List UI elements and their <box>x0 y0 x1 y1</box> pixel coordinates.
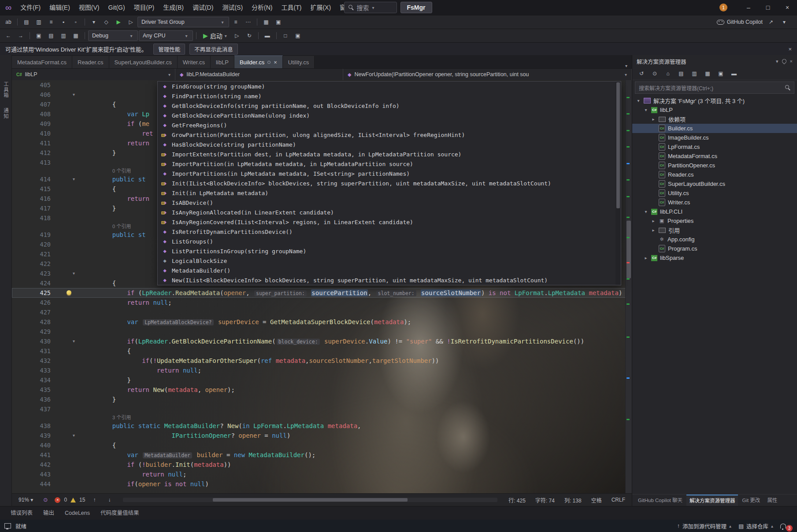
debug-tests-icon[interactable]: ▷ <box>125 17 137 27</box>
project-dropdown[interactable]: C# libLP ▾ <box>12 69 175 80</box>
panel-tab-解决方案资源管理器[interactable]: 解决方案资源管理器 <box>686 495 738 506</box>
line-gutter[interactable] <box>53 100 94 109</box>
fold-chevron-icon[interactable]: ▾ <box>73 431 75 440</box>
line-gutter[interactable] <box>53 460 94 469</box>
line-gutter[interactable]: ▾ <box>53 336 94 346</box>
completion-item[interactable]: ◆FindPartition(string name) <box>158 91 621 101</box>
line-gutter[interactable] <box>53 298 94 307</box>
chevron-collapsed-icon[interactable]: ▸ <box>651 228 656 233</box>
tab-overflow-chevron-icon[interactable]: ▾ <box>621 63 632 68</box>
line-gutter[interactable] <box>53 80 94 90</box>
vertical-tool-tab[interactable]: 工具箱 <box>2 81 9 98</box>
chevron-collapsed-icon[interactable]: ▸ <box>651 117 656 122</box>
codelens-references[interactable]: 3 个引用 <box>94 414 632 421</box>
close-icon[interactable]: × <box>274 59 277 66</box>
line-gutter[interactable] <box>53 385 94 395</box>
open-external-icon[interactable]: ↗ <box>765 17 777 27</box>
close-icon[interactable]: × <box>790 59 793 64</box>
code-line-441[interactable]: 441 var MetadataBuilder builder = new Me… <box>12 450 632 460</box>
tree-item[interactable]: C#LpFormat.cs <box>632 142 797 151</box>
tree-item[interactable]: ✲App.config <box>632 235 797 244</box>
editor-horizontal-scrollbar[interactable] <box>123 498 497 502</box>
window-layout-icon[interactable]: □ <box>280 31 291 41</box>
tree-item[interactable]: C#ImageBuilder.cs <box>632 133 797 142</box>
line-gutter[interactable] <box>53 395 94 404</box>
completion-item[interactable]: ◆GetBlockDevicePartitionName(ulong index… <box>158 111 621 120</box>
completion-item[interactable]: ◆FindGroup(string groupName) <box>158 81 621 91</box>
info-bar-action-button[interactable]: 不再显示此消息 <box>189 44 238 55</box>
tree-item[interactable]: C#Writer.cs <box>632 198 797 207</box>
pin-icon[interactable] <box>781 58 787 64</box>
fold-chevron-icon[interactable]: ▾ <box>73 336 75 346</box>
tree-item[interactable]: ▸C#libSparse <box>632 253 797 262</box>
tree-item[interactable]: C#Builder.cs <box>632 124 797 133</box>
line-gutter[interactable] <box>53 366 94 375</box>
line-gutter[interactable] <box>53 259 94 269</box>
close-button[interactable]: × <box>778 0 797 15</box>
completion-item[interactable]: ◆New(IList<BlockDeviceInfo> blockDevices… <box>158 275 621 285</box>
tree-item[interactable]: ▸▣Properties <box>632 216 797 225</box>
add-to-source-control-button[interactable]: ↑ 添加到源代码管理 ▴ <box>677 522 731 530</box>
chevron-expanded-icon[interactable]: ▾ <box>643 209 649 214</box>
chevron-down-icon[interactable]: ▾ <box>776 59 778 64</box>
code-line-427[interactable]: 427 <box>12 307 632 317</box>
member-dropdown[interactable]: ◆ NewForUpdate(IPartitionOpener opener, … <box>343 69 632 80</box>
line-gutter[interactable] <box>53 148 94 158</box>
test-target-dropdown[interactable]: Driver Test Group ▾ <box>137 17 229 27</box>
tree-item[interactable]: C#Reader.cs <box>632 170 797 179</box>
code-line-433[interactable]: 433 return null; <box>12 366 632 375</box>
document-tab-metadataformatcs[interactable]: MetadataFormat.cs <box>12 56 72 68</box>
build-icon[interactable]: ▬ <box>262 31 273 41</box>
console-icon[interactable]: ▬ <box>728 69 740 78</box>
tree-item[interactable]: ▸引用 <box>632 225 797 235</box>
indent-icon[interactable]: ▤ <box>21 17 32 27</box>
code-line-437[interactable]: 437 <box>12 404 632 414</box>
document-tab-utilitycs[interactable]: Utility.cs <box>283 56 315 68</box>
sync-with-active-icon[interactable]: ↺ <box>636 69 647 78</box>
line-gutter[interactable] <box>53 469 94 479</box>
comment-icon[interactable]: ≡ <box>45 17 57 27</box>
maximize-button[interactable]: □ <box>758 0 778 15</box>
menu-item-s[interactable]: 测试(S) <box>218 0 247 15</box>
save-icon[interactable]: ▥ <box>58 31 69 41</box>
global-search-box[interactable]: 搜索 ▾ <box>344 2 397 13</box>
completion-item[interactable]: ◆GetFreeRegions() <box>158 120 621 130</box>
dropdown-icon[interactable]: ▾ <box>88 17 100 27</box>
tree-item[interactable]: C#PartitionOpener.cs <box>632 161 797 170</box>
completion-item[interactable]: ◆ListPartitionsInGroup(string groupName) <box>158 246 621 256</box>
code-line-436[interactable]: 436 } <box>12 395 632 404</box>
chevron-down-icon[interactable]: ▾ <box>778 17 790 27</box>
document-tab-buildercs[interactable]: Builder.cs× <box>234 55 283 68</box>
completion-item[interactable]: ◆IsRetrofitDynamicPartitionsDevice() <box>158 227 621 236</box>
tree-item[interactable]: ▾C#libLP.CLI <box>632 207 797 216</box>
prev-issue-icon[interactable]: ↑ <box>89 495 100 505</box>
compare-icon[interactable]: ▦ <box>260 17 272 27</box>
bottom-tab-CodeLens[interactable]: CodeLens <box>60 506 94 520</box>
line-gutter[interactable] <box>53 213 94 223</box>
select-repository-button[interactable]: ▤ 选择仓库 ▴ <box>738 522 773 530</box>
caret-line[interactable]: 行: 425 <box>505 496 529 504</box>
bottom-tab-错误列表[interactable]: 错误列表 <box>6 506 37 520</box>
zoom-level[interactable]: 91% ▾ <box>15 497 36 503</box>
line-gutter[interactable] <box>53 450 94 460</box>
panel-tab-GitHubCopilot聊天[interactable]: GitHub Copilot 聊天 <box>635 495 686 506</box>
line-gutter[interactable]: ▾ <box>53 269 94 278</box>
bottom-tab-输出[interactable]: 输出 <box>39 506 59 520</box>
menu-item-d[interactable]: 调试(D) <box>188 0 218 15</box>
line-gutter[interactable] <box>53 158 94 167</box>
line-gutter[interactable] <box>53 288 94 298</box>
health-indicator-icon[interactable]: ⊙ <box>40 495 51 505</box>
completion-item[interactable]: ◆LogicalBlockSize <box>158 256 621 266</box>
caret-char[interactable]: 字符: 74 <box>532 496 558 504</box>
notifications-button[interactable]: 3 <box>780 521 793 532</box>
code-line-443[interactable]: 443 return null; <box>12 469 632 479</box>
menu-item-x[interactable]: 扩展(X) <box>306 0 335 15</box>
menu-item-t[interactable]: 工具(T) <box>277 0 306 15</box>
menu-item-v[interactable]: 视图(V) <box>74 0 104 15</box>
line-gutter[interactable] <box>53 479 94 489</box>
line-gutter[interactable] <box>53 317 94 327</box>
new-file-icon[interactable]: ▣ <box>33 31 44 41</box>
info-bar-close-icon[interactable]: × <box>788 46 792 52</box>
hot-reload-icon[interactable]: ↻ <box>244 31 255 41</box>
menu-item-gitg[interactable]: Git(G) <box>104 0 130 15</box>
